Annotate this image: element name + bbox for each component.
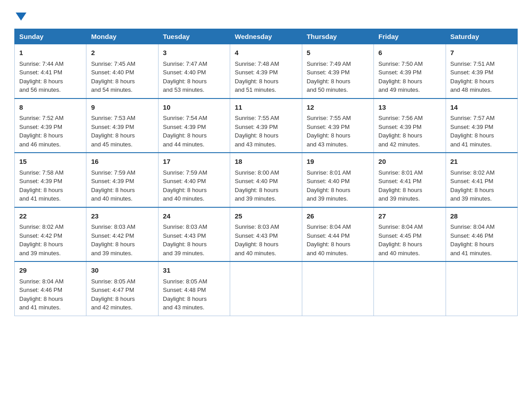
calendar-cell: 1Sunrise: 7:44 AMSunset: 4:41 PMDaylight…: [15, 44, 86, 98]
day-number: 18: [235, 157, 297, 167]
header-wednesday: Wednesday: [230, 29, 302, 44]
calendar-cell: 15Sunrise: 7:58 AMSunset: 4:39 PMDayligh…: [15, 153, 86, 207]
header-thursday: Thursday: [302, 29, 373, 44]
day-number: 29: [19, 265, 82, 276]
header-monday: Monday: [86, 29, 158, 44]
calendar-cell: 27Sunrise: 8:04 AMSunset: 4:45 PMDayligh…: [374, 207, 446, 262]
logo: [14, 11, 26, 20]
calendar-cell: 3Sunrise: 7:47 AMSunset: 4:40 PMDaylight…: [158, 44, 230, 98]
day-number: 4: [235, 48, 297, 58]
day-info: Sunrise: 7:56 AMSunset: 4:39 PMDaylight:…: [378, 114, 441, 149]
calendar-cell: 31Sunrise: 8:05 AMSunset: 4:48 PMDayligh…: [158, 261, 230, 316]
day-number: 28: [450, 211, 513, 222]
calendar-cell: 17Sunrise: 7:59 AMSunset: 4:40 PMDayligh…: [158, 153, 230, 207]
header-saturday: Saturday: [446, 29, 517, 44]
calendar-cell: 22Sunrise: 8:02 AMSunset: 4:42 PMDayligh…: [15, 207, 86, 262]
calendar-cell: 4Sunrise: 7:48 AMSunset: 4:39 PMDaylight…: [230, 44, 302, 98]
day-info: Sunrise: 7:59 AMSunset: 4:39 PMDaylight:…: [91, 168, 153, 203]
day-info: Sunrise: 8:01 AMSunset: 4:41 PMDaylight:…: [378, 168, 441, 203]
calendar-cell: 13Sunrise: 7:56 AMSunset: 4:39 PMDayligh…: [374, 98, 446, 153]
day-info: Sunrise: 8:03 AMSunset: 4:43 PMDaylight:…: [235, 223, 297, 257]
day-info: Sunrise: 8:04 AMSunset: 4:46 PMDaylight:…: [450, 223, 513, 257]
day-info: Sunrise: 7:45 AMSunset: 4:40 PMDaylight:…: [91, 60, 153, 94]
day-info: Sunrise: 7:55 AMSunset: 4:39 PMDaylight:…: [235, 114, 297, 149]
day-info: Sunrise: 8:04 AMSunset: 4:44 PMDaylight:…: [307, 223, 369, 257]
header-friday: Friday: [374, 29, 446, 44]
day-number: 8: [19, 103, 82, 113]
day-number: 12: [307, 103, 369, 113]
page-header: [14, 11, 518, 20]
day-info: Sunrise: 8:05 AMSunset: 4:48 PMDaylight:…: [163, 277, 225, 312]
day-number: 26: [307, 211, 369, 222]
calendar-cell: 29Sunrise: 8:04 AMSunset: 4:46 PMDayligh…: [15, 261, 86, 316]
day-number: 17: [163, 157, 225, 167]
calendar-cell: [302, 261, 373, 316]
calendar-header-row: SundayMondayTuesdayWednesdayThursdayFrid…: [15, 29, 518, 44]
calendar-cell: 23Sunrise: 8:03 AMSunset: 4:42 PMDayligh…: [86, 207, 158, 262]
calendar-cell: 25Sunrise: 8:03 AMSunset: 4:43 PMDayligh…: [230, 207, 302, 262]
day-number: 27: [378, 211, 441, 222]
day-number: 16: [91, 157, 153, 167]
calendar-cell: 28Sunrise: 8:04 AMSunset: 4:46 PMDayligh…: [446, 207, 517, 262]
calendar-cell: 20Sunrise: 8:01 AMSunset: 4:41 PMDayligh…: [374, 153, 446, 207]
day-number: 13: [378, 103, 441, 113]
day-number: 19: [307, 157, 369, 167]
header-tuesday: Tuesday: [158, 29, 230, 44]
calendar-cell: [446, 261, 517, 316]
day-number: 3: [163, 48, 225, 58]
day-info: Sunrise: 8:03 AMSunset: 4:43 PMDaylight:…: [163, 223, 225, 257]
day-number: 22: [19, 211, 82, 222]
calendar-cell: 18Sunrise: 8:00 AMSunset: 4:40 PMDayligh…: [230, 153, 302, 207]
calendar-cell: 6Sunrise: 7:50 AMSunset: 4:39 PMDaylight…: [374, 44, 446, 98]
day-info: Sunrise: 7:59 AMSunset: 4:40 PMDaylight:…: [163, 168, 225, 203]
day-number: 20: [378, 157, 441, 167]
calendar-cell: 24Sunrise: 8:03 AMSunset: 4:43 PMDayligh…: [158, 207, 230, 262]
day-info: Sunrise: 7:50 AMSunset: 4:39 PMDaylight:…: [378, 60, 441, 94]
day-number: 31: [163, 265, 225, 276]
day-number: 5: [307, 48, 369, 58]
day-info: Sunrise: 8:05 AMSunset: 4:47 PMDaylight:…: [91, 277, 153, 312]
calendar-week-row: 22Sunrise: 8:02 AMSunset: 4:42 PMDayligh…: [15, 207, 518, 262]
day-number: 6: [378, 48, 441, 58]
day-info: Sunrise: 7:55 AMSunset: 4:39 PMDaylight:…: [307, 114, 369, 149]
day-info: Sunrise: 8:03 AMSunset: 4:42 PMDaylight:…: [91, 223, 153, 257]
calendar-cell: [230, 261, 302, 316]
day-info: Sunrise: 7:49 AMSunset: 4:39 PMDaylight:…: [307, 60, 369, 94]
day-number: 25: [235, 211, 297, 222]
calendar-cell: 11Sunrise: 7:55 AMSunset: 4:39 PMDayligh…: [230, 98, 302, 153]
day-number: 23: [91, 211, 153, 222]
calendar-cell: 14Sunrise: 7:57 AMSunset: 4:39 PMDayligh…: [446, 98, 517, 153]
day-number: 9: [91, 103, 153, 113]
day-number: 24: [163, 211, 225, 222]
calendar-cell: 12Sunrise: 7:55 AMSunset: 4:39 PMDayligh…: [302, 98, 373, 153]
day-number: 1: [19, 48, 82, 58]
day-info: Sunrise: 8:02 AMSunset: 4:41 PMDaylight:…: [450, 168, 513, 203]
calendar-cell: 26Sunrise: 8:04 AMSunset: 4:44 PMDayligh…: [302, 207, 373, 262]
day-number: 2: [91, 48, 153, 58]
calendar-cell: 7Sunrise: 7:51 AMSunset: 4:39 PMDaylight…: [446, 44, 517, 98]
day-info: Sunrise: 7:47 AMSunset: 4:40 PMDaylight:…: [163, 60, 225, 94]
day-number: 30: [91, 265, 153, 276]
calendar-cell: 8Sunrise: 7:52 AMSunset: 4:39 PMDaylight…: [15, 98, 86, 153]
calendar-week-row: 1Sunrise: 7:44 AMSunset: 4:41 PMDaylight…: [15, 44, 518, 98]
day-number: 7: [450, 48, 513, 58]
calendar-cell: 30Sunrise: 8:05 AMSunset: 4:47 PMDayligh…: [86, 261, 158, 316]
day-info: Sunrise: 7:44 AMSunset: 4:41 PMDaylight:…: [19, 60, 82, 94]
day-number: 10: [163, 103, 225, 113]
calendar-week-row: 15Sunrise: 7:58 AMSunset: 4:39 PMDayligh…: [15, 153, 518, 207]
day-info: Sunrise: 8:04 AMSunset: 4:46 PMDaylight:…: [19, 277, 82, 312]
day-info: Sunrise: 7:52 AMSunset: 4:39 PMDaylight:…: [19, 114, 82, 149]
calendar-cell: 10Sunrise: 7:54 AMSunset: 4:39 PMDayligh…: [158, 98, 230, 153]
day-number: 11: [235, 103, 297, 113]
day-info: Sunrise: 7:58 AMSunset: 4:39 PMDaylight:…: [19, 168, 82, 203]
day-info: Sunrise: 7:53 AMSunset: 4:39 PMDaylight:…: [91, 114, 153, 149]
day-info: Sunrise: 7:51 AMSunset: 4:39 PMDaylight:…: [450, 60, 513, 94]
calendar-cell: 5Sunrise: 7:49 AMSunset: 4:39 PMDaylight…: [302, 44, 373, 98]
calendar-cell: 9Sunrise: 7:53 AMSunset: 4:39 PMDaylight…: [86, 98, 158, 153]
calendar-cell: 2Sunrise: 7:45 AMSunset: 4:40 PMDaylight…: [86, 44, 158, 98]
day-info: Sunrise: 7:54 AMSunset: 4:39 PMDaylight:…: [163, 114, 225, 149]
day-info: Sunrise: 7:48 AMSunset: 4:39 PMDaylight:…: [235, 60, 297, 94]
calendar-cell: [374, 261, 446, 316]
day-info: Sunrise: 8:01 AMSunset: 4:40 PMDaylight:…: [307, 168, 369, 203]
calendar-cell: 16Sunrise: 7:59 AMSunset: 4:39 PMDayligh…: [86, 153, 158, 207]
